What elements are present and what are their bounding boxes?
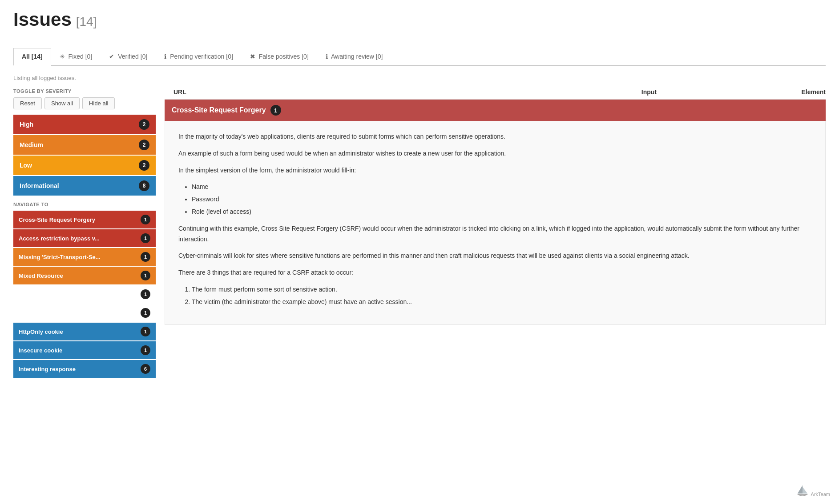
svg-marker-1 (803, 487, 807, 494)
nav-csrf[interactable]: Cross-Site Request Forgery 1 (13, 211, 156, 228)
footer-brand-label: ArkTeam (811, 492, 830, 497)
nav-strict-transport[interactable]: Missing 'Strict-Transport-Se... 1 (13, 248, 156, 266)
awaiting-icon: ℹ (326, 53, 328, 60)
severity-high-label: High (20, 121, 33, 128)
pending-icon: ℹ (164, 53, 166, 60)
issue-csrf-title: Cross-Site Request Forgery (172, 106, 266, 114)
page-title: Issues (13, 9, 72, 30)
nav-insecure-cookie-badge: 1 (141, 345, 150, 355)
issue-list: Name Password Role (level of access) (192, 182, 812, 217)
issue-csrf-header[interactable]: Cross-Site Request Forgery 1 (165, 100, 826, 121)
nav-interesting-response-label: Interesting response (19, 366, 138, 372)
navigate-section-title: NAVIGATE TO (13, 202, 156, 207)
issue-csrf-detail: In the majority of today's web applicati… (165, 121, 826, 325)
nav-insecure-cookie[interactable]: Insecure cookie 1 (13, 341, 156, 359)
nav-interesting-response-badge: 6 (141, 364, 150, 374)
columns-header: URL Input Element (165, 88, 826, 100)
nav-x-frame-label: Missing 'X-Frame-Options' h... (19, 310, 138, 316)
nav-mixed-resource-badge: 1 (141, 271, 150, 280)
issue-para-3: In the simplest version of the form, the… (178, 165, 812, 176)
verified-icon: ✔ (109, 53, 114, 60)
nav-interesting-response[interactable]: Interesting response 6 (13, 360, 156, 378)
severity-low-label: Low (20, 162, 32, 169)
tab-pending[interactable]: ℹ Pending verification [0] (156, 48, 242, 65)
ordered-item-1: The form must perform some sort of sensi… (192, 284, 812, 295)
false-positive-icon: ✖ (250, 53, 255, 60)
severity-medium-label: Medium (20, 141, 43, 148)
severity-low-badge: 2 (139, 160, 149, 171)
issue-ordered-list: The form must perform some sort of sensi… (192, 284, 812, 308)
issue-para-6: There are 3 things that are required for… (178, 268, 812, 278)
hide-all-button[interactable]: Hide all (82, 97, 115, 109)
nav-access-bypass-badge: 1 (141, 233, 150, 243)
nav-httponly-cookie-label: HttpOnly cookie (19, 328, 138, 335)
issue-para-1: In the majority of today's web applicati… (178, 132, 812, 142)
svg-marker-0 (797, 485, 802, 494)
issue-csrf-group: Cross-Site Request Forgery 1 In the majo… (165, 100, 826, 325)
severity-high[interactable]: High 2 (13, 115, 156, 134)
severity-info[interactable]: Informational 8 (13, 176, 156, 196)
sailboat-icon (796, 484, 809, 497)
tab-all[interactable]: All [14] (13, 48, 51, 66)
col-url-header: URL (173, 88, 581, 96)
toggle-buttons: Reset Show all Hide all (13, 97, 156, 109)
show-all-button[interactable]: Show all (44, 97, 80, 109)
tab-false-positives[interactable]: ✖ False positives [0] (242, 48, 317, 65)
nav-csrf-label: Cross-Site Request Forgery (19, 216, 138, 223)
severity-medium[interactable]: Medium 2 (13, 135, 156, 155)
nav-httponly-cookie-badge: 1 (141, 327, 150, 336)
severity-high-badge: 2 (139, 119, 149, 130)
fixed-icon: ✳ (60, 53, 65, 60)
sidebar: TOGGLE BY SEVERITY Reset Show all Hide a… (13, 88, 156, 379)
issue-para-5: Cyber-criminals will look for sites wher… (178, 251, 812, 261)
toggle-section-title: TOGGLE BY SEVERITY (13, 88, 156, 94)
ordered-item-2: The victim (the administrator the exampl… (192, 297, 812, 308)
issue-para-4: Continuing with this example, Cross Site… (178, 224, 812, 245)
col-input-header: Input (581, 88, 717, 96)
severity-low[interactable]: Low 2 (13, 156, 156, 175)
nav-strict-transport-badge: 1 (141, 252, 150, 262)
nav-password-auto[interactable]: Password field with auto-co... 1 (13, 285, 156, 303)
nav-x-frame-badge: 1 (141, 308, 150, 318)
nav-strict-transport-label: Missing 'Strict-Transport-Se... (19, 254, 138, 260)
nav-csrf-badge: 1 (141, 215, 150, 224)
col-element-header: Element (717, 88, 826, 96)
issue-para-2: An example of such a form being used wou… (178, 148, 812, 159)
tab-fixed[interactable]: ✳ Fixed [0] (51, 48, 101, 65)
tab-bar: All [14] ✳ Fixed [0] ✔ Verified [0] ℹ Pe… (13, 48, 826, 66)
issue-count: [14] (76, 15, 97, 29)
nav-password-auto-badge: 1 (141, 289, 150, 299)
list-item-role: Role (level of access) (192, 207, 812, 217)
nav-password-auto-label: Password field with auto-co... (19, 291, 138, 298)
severity-medium-badge: 2 (139, 140, 149, 150)
list-item-password: Password (192, 194, 812, 205)
severity-info-badge: 8 (139, 180, 149, 191)
tab-verified[interactable]: ✔ Verified [0] (101, 48, 156, 65)
main-content: URL Input Element Cross-Site Request For… (165, 88, 826, 379)
tab-awaiting[interactable]: ℹ Awaiting review [0] (317, 48, 391, 65)
nav-mixed-resource-label: Mixed Resource (19, 272, 138, 279)
footer-logo: ArkTeam (796, 484, 830, 497)
listing-text: Listing all logged issues. (13, 75, 826, 81)
reset-button[interactable]: Reset (13, 97, 42, 109)
nav-access-bypass[interactable]: Access restriction bypass v... 1 (13, 229, 156, 247)
nav-x-frame[interactable]: Missing 'X-Frame-Options' h... 1 (13, 304, 156, 322)
nav-mixed-resource[interactable]: Mixed Resource 1 (13, 267, 156, 284)
nav-httponly-cookie[interactable]: HttpOnly cookie 1 (13, 323, 156, 340)
nav-access-bypass-label: Access restriction bypass v... (19, 235, 138, 242)
list-item-name: Name (192, 182, 812, 192)
issue-csrf-badge: 1 (270, 105, 281, 116)
nav-insecure-cookie-label: Insecure cookie (19, 347, 138, 354)
severity-info-label: Informational (20, 182, 59, 189)
